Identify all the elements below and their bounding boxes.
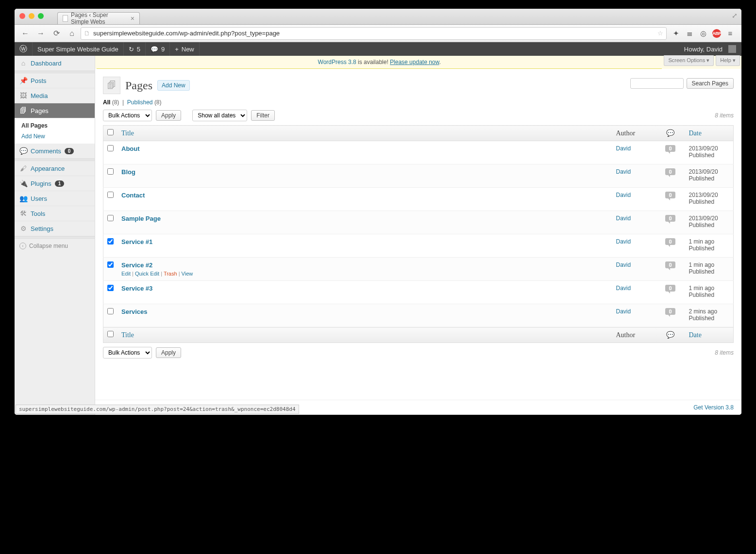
row-checkbox[interactable]: [107, 308, 114, 314]
page-title-link[interactable]: About: [121, 145, 140, 152]
select-all-checkbox[interactable]: [107, 129, 114, 135]
row-checkbox[interactable]: [107, 145, 114, 151]
comment-count-bubble[interactable]: 0: [665, 308, 675, 315]
new-content-menu[interactable]: +New: [170, 42, 200, 56]
submenu-add-new[interactable]: Add New: [15, 131, 95, 142]
comment-count-bubble[interactable]: 0: [665, 192, 675, 198]
account-menu[interactable]: Howdy, David: [679, 45, 741, 53]
col-date-footer[interactable]: Date: [685, 327, 734, 343]
page-title-link[interactable]: Sample Page: [121, 215, 161, 222]
quick-edit-link[interactable]: Quick Edit: [135, 271, 159, 277]
col-title[interactable]: Title: [118, 126, 612, 141]
col-author[interactable]: Author: [612, 126, 656, 141]
browser-tab[interactable]: Pages ‹ Super Simple Webs ×: [57, 12, 140, 24]
bookmark-icon[interactable]: ☆: [657, 30, 663, 37]
page-title-link[interactable]: Blog: [121, 168, 135, 176]
col-date[interactable]: Date: [685, 126, 734, 141]
forward-button[interactable]: →: [34, 27, 48, 40]
back-button[interactable]: ←: [18, 27, 32, 40]
author-link[interactable]: David: [616, 308, 631, 315]
comment-count-bubble[interactable]: 0: [665, 261, 675, 268]
author-link[interactable]: David: [616, 168, 631, 175]
menu-settings[interactable]: ⚙Settings: [15, 221, 95, 236]
author-link[interactable]: David: [616, 238, 631, 245]
page-title-link[interactable]: Service #1: [121, 238, 152, 245]
menu-icon[interactable]: ≡: [726, 29, 735, 38]
zoom-window-icon[interactable]: [38, 13, 44, 19]
admin-sidebar: ⌂Dashboard 📌Posts 🖼Media 🗐Pages All Page…: [15, 56, 95, 415]
author-link[interactable]: David: [616, 261, 631, 268]
row-checkbox[interactable]: [107, 168, 114, 175]
reload-button[interactable]: ⟳: [50, 27, 63, 40]
apply-button[interactable]: Apply: [156, 110, 181, 121]
minimize-window-icon[interactable]: [29, 13, 34, 19]
buffer-icon[interactable]: ≣: [685, 29, 694, 38]
col-comments[interactable]: 💬: [656, 126, 685, 141]
row-checkbox[interactable]: [107, 285, 114, 291]
date-filter-select[interactable]: Show all dates: [192, 110, 247, 121]
bulk-actions-select-bottom[interactable]: Bulk Actions: [103, 347, 152, 358]
author-link[interactable]: David: [616, 215, 631, 222]
edit-link[interactable]: Edit: [121, 271, 131, 277]
url-input[interactable]: [93, 30, 655, 37]
wp-logo-menu[interactable]: ⓦ: [15, 42, 33, 56]
menu-tools[interactable]: 🛠Tools: [15, 206, 95, 221]
menu-appearance[interactable]: 🖌Appearance: [15, 161, 95, 176]
update-now-link[interactable]: Please update now: [390, 59, 439, 65]
view-link[interactable]: View: [182, 271, 193, 277]
comments-menu[interactable]: 💬9: [146, 42, 170, 56]
author-link[interactable]: David: [616, 192, 631, 198]
author-link[interactable]: David: [616, 285, 631, 292]
adblock-icon[interactable]: ABP: [712, 29, 721, 38]
comment-count-bubble[interactable]: 0: [665, 145, 675, 152]
col-comments-footer[interactable]: 💬: [656, 327, 685, 343]
wp-version-link[interactable]: WordPress 3.8: [318, 59, 356, 65]
menu-dashboard[interactable]: ⌂Dashboard: [15, 56, 95, 71]
menu-comments[interactable]: 💬Comments0: [15, 144, 95, 159]
menu-pages[interactable]: 🗐Pages: [15, 103, 95, 118]
page-title-link[interactable]: Service #2: [121, 261, 152, 269]
select-all-checkbox-footer[interactable]: [107, 331, 114, 337]
updates-menu[interactable]: ↻5: [124, 42, 146, 56]
page-title-link[interactable]: Services: [121, 308, 148, 315]
comment-count-bubble[interactable]: 0: [665, 168, 675, 175]
menu-media[interactable]: 🖼Media: [15, 88, 95, 103]
add-new-button[interactable]: Add New: [157, 80, 190, 91]
url-bar[interactable]: 🗋 ☆: [81, 27, 667, 40]
apply-button-bottom[interactable]: Apply: [156, 347, 181, 358]
comment-count-bubble[interactable]: 0: [665, 215, 675, 222]
home-button[interactable]: ⌂: [65, 27, 79, 40]
trash-link[interactable]: Trash: [164, 271, 177, 277]
row-checkbox[interactable]: [107, 192, 114, 198]
author-link[interactable]: David: [616, 145, 631, 152]
evernote-icon[interactable]: ✦: [672, 29, 680, 38]
filter-published[interactable]: Published: [127, 99, 153, 106]
page-title-link[interactable]: Service #3: [121, 285, 152, 292]
comment-count-bubble[interactable]: 0: [665, 238, 675, 245]
menu-plugins[interactable]: 🔌Plugins1: [15, 176, 95, 191]
row-checkbox[interactable]: [107, 215, 114, 221]
screen-options-button[interactable]: Screen Options ▾: [664, 55, 714, 66]
row-checkbox[interactable]: [107, 238, 114, 244]
comment-count-bubble[interactable]: 0: [665, 285, 675, 292]
site-name-menu[interactable]: Super Simple Website Guide: [33, 42, 124, 56]
menu-posts[interactable]: 📌Posts: [15, 73, 95, 88]
bulk-actions-select[interactable]: Bulk Actions: [103, 110, 152, 121]
submenu-all-pages[interactable]: All Pages: [15, 120, 95, 131]
get-version-link[interactable]: Get Version 3.8: [693, 404, 734, 411]
collapse-menu[interactable]: ‹Collapse menu: [15, 239, 95, 253]
close-tab-icon[interactable]: ×: [131, 15, 134, 22]
col-author-footer[interactable]: Author: [612, 327, 656, 343]
generic-ext-icon[interactable]: ◎: [699, 29, 707, 38]
expand-icon[interactable]: ⤢: [732, 12, 738, 19]
menu-users[interactable]: 👥Users: [15, 191, 95, 206]
col-title-footer[interactable]: Title: [118, 327, 612, 343]
search-pages-button[interactable]: Search Pages: [687, 78, 734, 89]
help-button[interactable]: Help ▾: [716, 55, 740, 66]
search-pages-input[interactable]: [630, 78, 684, 89]
page-title-link[interactable]: Contact: [121, 192, 145, 199]
filter-button[interactable]: Filter: [251, 110, 275, 121]
row-checkbox[interactable]: [107, 261, 114, 268]
filter-all[interactable]: All: [103, 99, 110, 106]
close-window-icon[interactable]: [19, 13, 25, 19]
